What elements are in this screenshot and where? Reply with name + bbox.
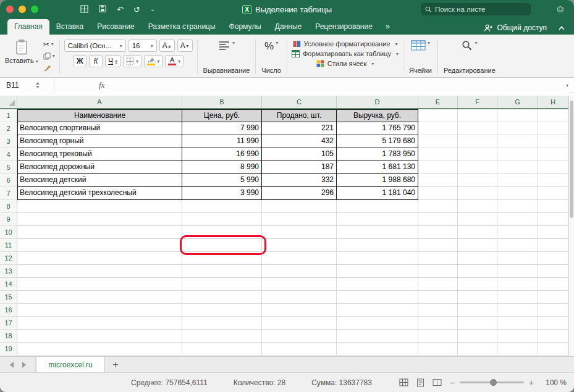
cell-F3[interactable] xyxy=(458,135,497,148)
cell-H11[interactable] xyxy=(538,239,568,252)
name-box-stepper[interactable] xyxy=(36,82,40,88)
cell-E14[interactable] xyxy=(418,278,458,291)
cell-G14[interactable] xyxy=(497,278,538,291)
cell-B4[interactable]: 16 990 xyxy=(182,148,262,161)
select-all-corner[interactable] xyxy=(0,96,17,108)
cell-C8[interactable] xyxy=(262,200,337,213)
cell-F15[interactable] xyxy=(458,291,497,304)
minimize-window-button[interactable] xyxy=(19,6,26,13)
cell-E6[interactable] xyxy=(418,174,458,187)
cell-G4[interactable] xyxy=(497,148,538,161)
cell-A9[interactable] xyxy=(17,213,182,226)
cell-G12[interactable] xyxy=(497,252,538,265)
row-header-11[interactable]: 11 xyxy=(0,239,17,252)
zoom-in-button[interactable]: + xyxy=(529,378,534,388)
cell-G15[interactable] xyxy=(497,291,538,304)
page-layout-view-button[interactable] xyxy=(416,378,424,387)
cell-E1[interactable] xyxy=(418,109,458,122)
row-header-5[interactable]: 5 xyxy=(0,161,17,174)
cell-C11[interactable] xyxy=(262,239,337,252)
cell-D16[interactable] xyxy=(337,304,418,317)
cell-D2[interactable]: 1 765 790 xyxy=(337,122,418,135)
insert-function-button[interactable]: fx xyxy=(99,80,104,90)
cell-H13[interactable] xyxy=(538,265,568,278)
cut-button[interactable]: ✂ xyxy=(43,40,55,49)
cell-F12[interactable] xyxy=(458,252,497,265)
shrink-font-button[interactable]: A▼ xyxy=(177,40,193,52)
cell-A17[interactable] xyxy=(17,317,182,330)
cell-G18[interactable] xyxy=(497,330,538,343)
cell-H9[interactable] xyxy=(538,213,568,226)
tab-draw[interactable]: Рисование xyxy=(90,19,141,35)
row-header-19[interactable]: 19 xyxy=(0,343,17,356)
cell-B13[interactable] xyxy=(182,265,262,278)
row-header-18[interactable]: 18 xyxy=(0,330,17,343)
cell-D9[interactable] xyxy=(337,213,418,226)
tab-insert[interactable]: Вставка xyxy=(49,19,91,35)
cell-E10[interactable] xyxy=(418,226,458,239)
row-header-8[interactable]: 8 xyxy=(0,200,17,213)
cell-A4[interactable]: Велосипед трековый xyxy=(17,148,182,161)
number-format-button[interactable]: % xyxy=(264,40,278,52)
cell-H15[interactable] xyxy=(538,291,568,304)
copy-button[interactable] xyxy=(43,51,55,60)
cell-G7[interactable] xyxy=(497,187,538,200)
row-header-17[interactable]: 17 xyxy=(0,317,17,330)
cell-C6[interactable]: 332 xyxy=(262,174,337,187)
cell-A2[interactable]: Велосипед спортивный xyxy=(17,122,182,135)
search-input[interactable]: Поиск на листе xyxy=(421,3,531,15)
zoom-window-button[interactable] xyxy=(31,6,38,13)
cell-C18[interactable] xyxy=(262,330,337,343)
row-header-9[interactable]: 9 xyxy=(0,213,17,226)
cell-B15[interactable] xyxy=(182,291,262,304)
cell-C15[interactable] xyxy=(262,291,337,304)
cell-H5[interactable] xyxy=(538,161,568,174)
cell-C14[interactable] xyxy=(262,278,337,291)
page-break-view-button[interactable] xyxy=(433,378,442,386)
cell-G11[interactable] xyxy=(497,239,538,252)
cell-E3[interactable] xyxy=(418,135,458,148)
cell-F2[interactable] xyxy=(458,122,497,135)
cell-B5[interactable]: 8 990 xyxy=(182,161,262,174)
cell-E18[interactable] xyxy=(418,330,458,343)
redo-icon[interactable]: ↺ xyxy=(133,6,140,14)
sheet-tab-microexcel[interactable]: microexcel.ru xyxy=(36,357,105,372)
cell-F9[interactable] xyxy=(458,213,497,226)
prev-sheet-arrow[interactable] xyxy=(10,362,14,368)
undo-icon[interactable]: ↶ xyxy=(117,6,124,14)
cell-B1[interactable]: Цена, руб. xyxy=(182,109,262,122)
cell-G9[interactable] xyxy=(497,213,538,226)
tab-page-layout[interactable]: Разметка страницы xyxy=(141,19,222,35)
cell-B16[interactable] xyxy=(182,304,262,317)
cell-A11[interactable] xyxy=(17,239,182,252)
cell-D13[interactable] xyxy=(337,265,418,278)
alignment-button[interactable] xyxy=(218,40,235,50)
cell-H1[interactable] xyxy=(538,109,568,122)
cell-D7[interactable]: 1 181 040 xyxy=(337,187,418,200)
tab-overflow-chevron[interactable]: » xyxy=(379,22,396,35)
cell-F10[interactable] xyxy=(458,226,497,239)
cell-H3[interactable] xyxy=(538,135,568,148)
fill-color-button[interactable] xyxy=(144,55,162,67)
cell-D1[interactable]: Выручка, руб. xyxy=(337,109,418,122)
row-header-1[interactable]: 1 xyxy=(0,109,17,122)
zoom-out-button[interactable]: − xyxy=(450,378,455,388)
cell-D5[interactable]: 1 681 130 xyxy=(337,161,418,174)
cell-A18[interactable] xyxy=(17,330,182,343)
cell-A1[interactable]: Наименование xyxy=(17,109,182,122)
cell-D10[interactable] xyxy=(337,226,418,239)
cell-C7[interactable]: 296 xyxy=(262,187,337,200)
cell-A15[interactable] xyxy=(17,291,182,304)
cell-F8[interactable] xyxy=(458,200,497,213)
cell-H17[interactable] xyxy=(538,317,568,330)
cell-E16[interactable] xyxy=(418,304,458,317)
editing-button[interactable] xyxy=(462,40,477,51)
column-header-H[interactable]: H xyxy=(538,96,568,108)
cell-D18[interactable] xyxy=(337,330,418,343)
cell-E19[interactable] xyxy=(418,343,458,356)
cell-E4[interactable] xyxy=(418,148,458,161)
tab-formulas[interactable]: Формулы xyxy=(222,19,268,35)
zoom-level[interactable]: 100 % xyxy=(542,378,567,387)
row-header-7[interactable]: 7 xyxy=(0,187,17,200)
cell-C12[interactable] xyxy=(262,252,337,265)
